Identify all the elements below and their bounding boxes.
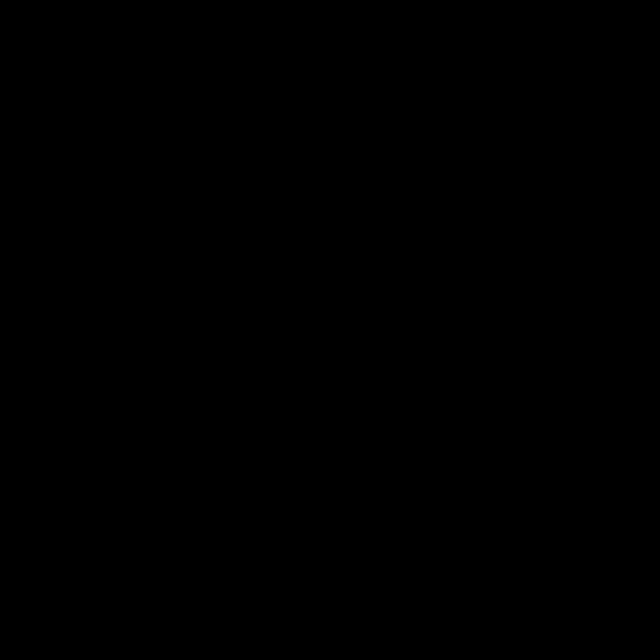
chart-container bbox=[0, 0, 644, 644]
svg-rect-0 bbox=[0, 0, 644, 644]
bottleneck-chart bbox=[0, 0, 644, 644]
